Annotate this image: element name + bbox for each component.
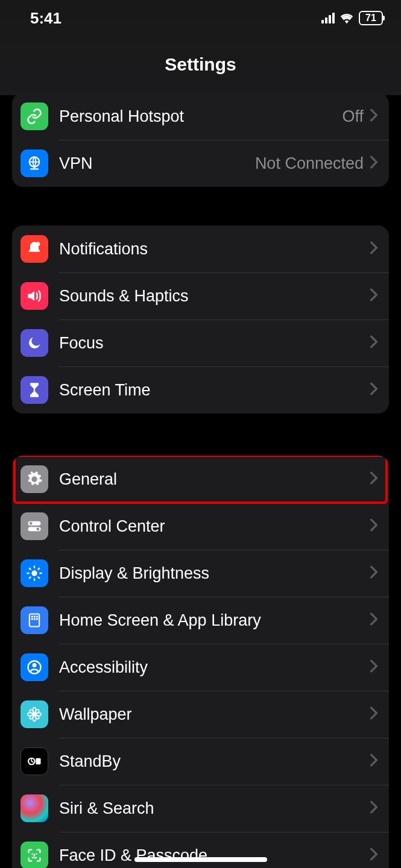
settings-row-standby[interactable]: StandBy	[12, 738, 389, 785]
row-label: Home Screen & App Library	[59, 611, 370, 630]
home-indicator[interactable]	[134, 857, 267, 862]
globe-icon	[21, 149, 48, 177]
moon-icon	[21, 329, 48, 357]
row-label: Personal Hotspot	[59, 107, 342, 126]
hourglass-icon	[21, 376, 48, 404]
chevron-right-icon	[370, 518, 378, 534]
row-label: Siri & Search	[59, 799, 370, 818]
svg-rect-26	[36, 758, 40, 765]
svg-rect-11	[31, 618, 33, 620]
svg-point-15	[33, 663, 37, 667]
svg-point-6	[31, 570, 37, 576]
chevron-right-icon	[370, 156, 378, 171]
settings-row-sounds-haptics[interactable]: Sounds & Haptics	[12, 272, 389, 319]
settings-group: NotificationsSounds & HapticsFocusScreen…	[12, 225, 389, 414]
svg-point-3	[30, 522, 33, 525]
standby-icon	[21, 747, 48, 775]
chevron-right-icon	[370, 753, 378, 769]
speaker-icon	[21, 282, 48, 310]
settings-row-personal-hotspot[interactable]: Personal HotspotOff	[12, 93, 389, 140]
row-label: Control Center	[59, 517, 370, 536]
settings-row-control-center[interactable]: Control Center	[12, 503, 389, 550]
settings-row-general[interactable]: General	[12, 456, 389, 503]
status-bar: 5:41 71	[0, 0, 401, 36]
row-label: Wallpaper	[59, 705, 370, 724]
settings-row-display-brightness[interactable]: Display & Brightness	[12, 550, 389, 597]
settings-row-focus[interactable]: Focus	[12, 319, 389, 366]
row-label: Sounds & Haptics	[59, 287, 370, 306]
switches-icon	[21, 512, 48, 540]
row-label: Focus	[59, 334, 370, 353]
chevron-right-icon	[370, 288, 378, 304]
chevron-right-icon	[370, 382, 378, 398]
chevron-right-icon	[370, 659, 378, 675]
chevron-right-icon	[370, 565, 378, 581]
grid-icon	[21, 606, 48, 634]
row-label: VPN	[59, 154, 255, 173]
settings-row-home-screen[interactable]: Home Screen & App Library	[12, 597, 389, 644]
sun-icon	[21, 559, 48, 587]
chevron-right-icon	[370, 241, 378, 257]
chevron-right-icon	[370, 612, 378, 628]
svg-point-5	[37, 527, 40, 530]
status-time: 5:41	[30, 9, 62, 28]
svg-rect-13	[36, 618, 38, 620]
svg-rect-9	[34, 615, 36, 617]
chevron-right-icon	[370, 108, 378, 124]
chevron-right-icon	[370, 848, 378, 863]
faceid-icon	[21, 841, 48, 868]
row-label: Screen Time	[59, 381, 370, 400]
page-title: Settings	[0, 36, 401, 84]
svg-point-28	[31, 854, 33, 855]
settings-row-accessibility[interactable]: Accessibility	[12, 644, 389, 691]
link-icon	[21, 102, 48, 130]
bell-icon	[21, 235, 48, 263]
row-label: General	[59, 470, 370, 489]
settings-row-siri-search[interactable]: Siri & Search	[12, 785, 389, 832]
settings-group: Personal HotspotOffVPNNot Connected	[12, 93, 389, 187]
row-label: Notifications	[59, 240, 370, 259]
svg-rect-12	[34, 618, 36, 620]
svg-point-27	[27, 800, 42, 816]
chevron-right-icon	[370, 335, 378, 351]
svg-rect-10	[36, 615, 38, 617]
svg-point-29	[36, 854, 37, 855]
chevron-right-icon	[370, 706, 378, 722]
gear-icon	[21, 465, 48, 493]
chevron-right-icon	[370, 471, 378, 487]
settings-row-vpn[interactable]: VPNNot Connected	[12, 140, 389, 187]
row-label: Accessibility	[59, 658, 370, 677]
row-value: Off	[342, 107, 364, 126]
settings-row-face-id[interactable]: Face ID & Passcode	[12, 832, 389, 868]
battery-indicator: 71	[359, 11, 383, 25]
siri-icon	[21, 794, 48, 822]
chevron-right-icon	[370, 800, 378, 816]
settings-row-notifications[interactable]: Notifications	[12, 225, 389, 272]
cellular-signal-icon	[321, 13, 335, 24]
settings-group: GeneralControl CenterDisplay & Brightnes…	[12, 456, 389, 868]
settings-row-wallpaper[interactable]: Wallpaper	[12, 691, 389, 738]
row-label: Display & Brightness	[59, 564, 370, 583]
svg-point-1	[36, 242, 40, 246]
settings-row-screen-time[interactable]: Screen Time	[12, 366, 389, 414]
flower-icon	[21, 700, 48, 728]
person-circle-icon	[21, 653, 48, 681]
svg-rect-8	[31, 615, 33, 617]
wifi-icon	[339, 13, 354, 24]
row-label: StandBy	[59, 752, 370, 771]
row-value: Not Connected	[255, 154, 364, 173]
